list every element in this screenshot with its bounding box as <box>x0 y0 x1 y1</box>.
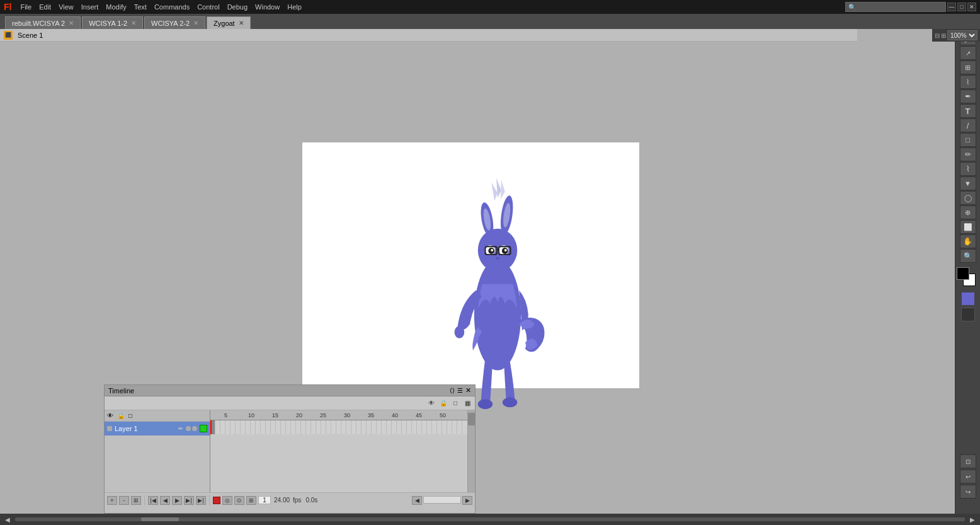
pencil-tool[interactable]: ✏ <box>960 147 976 161</box>
menu-debug[interactable]: Debug <box>224 3 251 11</box>
first-frame-btn[interactable]: |◀ <box>148 496 158 505</box>
menu-modify[interactable]: Modify <box>102 3 130 11</box>
frame-cell-18[interactable] <box>296 420 301 434</box>
text-tool[interactable]: T <box>960 104 976 118</box>
frame-cell-21[interactable] <box>311 420 316 434</box>
frame-cell-25[interactable] <box>331 420 336 434</box>
menu-help[interactable]: Help <box>283 3 305 11</box>
frame-cell-30[interactable] <box>356 420 362 434</box>
frame-toggle[interactable]: ▦ <box>462 398 472 408</box>
frame-cell-42[interactable] <box>417 420 422 434</box>
menu-insert[interactable]: Insert <box>77 3 103 11</box>
frame-cell-23[interactable] <box>321 420 326 434</box>
line-tool[interactable]: / <box>960 118 976 132</box>
tab-close-wcisya22[interactable]: ✕ <box>193 20 198 26</box>
onion-skin-btn[interactable]: ◎ <box>222 496 232 505</box>
frame-cell-47[interactable] <box>442 420 447 434</box>
eyedropper-tool[interactable]: ⊕ <box>960 205 976 219</box>
menu-window[interactable]: Window <box>251 3 283 11</box>
tab-close-rebuilt[interactable]: ✕ <box>69 20 74 26</box>
rect-tool[interactable]: □ <box>960 133 976 147</box>
frame-cell-7[interactable] <box>241 420 246 434</box>
frame-cell-27[interactable] <box>341 420 346 434</box>
add-layer-btn[interactable]: + <box>107 496 117 505</box>
frame-cell-31[interactable] <box>362 420 367 434</box>
add-folder-btn[interactable]: ⊞ <box>131 496 141 505</box>
foreground-color[interactable] <box>957 267 969 280</box>
straighten-tool[interactable]: ↪ <box>960 485 976 499</box>
frame-cell-19[interactable] <box>301 420 306 434</box>
free-transform-tool[interactable]: ⊞ <box>960 61 976 74</box>
frame-cell-37[interactable] <box>392 420 397 434</box>
tab-wcisya12[interactable]: WCISYA 1-2 ✕ <box>82 16 143 29</box>
search-input[interactable] <box>845 2 946 12</box>
smooth-tool[interactable]: ↩ <box>960 470 976 483</box>
onion-skin-outline-btn[interactable]: ⊙ <box>234 496 244 505</box>
next-frame-btn[interactable]: ▶| <box>184 496 194 505</box>
menu-text[interactable]: Text <box>130 3 151 11</box>
frame-cell-48[interactable] <box>447 420 452 434</box>
tab-wcisya22[interactable]: WCISYA 2-2 ✕ <box>144 16 205 29</box>
frame-cell-36[interactable] <box>387 420 392 434</box>
fill-color[interactable] <box>961 292 975 306</box>
frame-cell-50[interactable] <box>457 420 462 434</box>
paint-bucket-tool[interactable]: ▼ <box>960 176 976 190</box>
frame-cell-24[interactable] <box>326 420 331 434</box>
zoom-control[interactable]: ⊟ ⊞ 25% 50% 75% 100% 150% 200% <box>932 29 980 42</box>
scroll-thumb[interactable] <box>423 496 461 504</box>
frame-cell-16[interactable] <box>286 420 291 434</box>
frame-cell-5[interactable] <box>231 420 236 434</box>
snap-tool[interactable]: ⊡ <box>960 454 976 468</box>
eraser-tool[interactable]: ⬜ <box>960 220 976 234</box>
frame-cell-32[interactable] <box>367 420 372 434</box>
menu-view[interactable]: View <box>55 3 77 11</box>
subselect-tool[interactable]: ↗ <box>960 46 976 60</box>
frame-cell-49[interactable] <box>452 420 457 434</box>
tab-close-zygoat[interactable]: ✕ <box>239 20 244 26</box>
frame-cell-2[interactable] <box>215 420 220 434</box>
frame-cell-3[interactable] <box>220 420 225 434</box>
stroke-color[interactable] <box>961 308 975 321</box>
frame-cell-13[interactable] <box>271 420 276 434</box>
frame-cell-40[interactable] <box>407 420 412 434</box>
menu-commands[interactable]: Commands <box>151 3 193 11</box>
scroll-right-btn[interactable]: ▶ <box>462 496 472 505</box>
delete-layer-btn[interactable]: - <box>119 496 129 505</box>
tab-zygoat[interactable]: Zygoat ✕ <box>207 16 251 29</box>
timeline-close-btn[interactable]: ✕ <box>465 386 471 395</box>
hand-tool[interactable]: ✋ <box>960 234 976 248</box>
frame-cell-20[interactable] <box>306 420 311 434</box>
prev-frame-btn[interactable]: ◀ <box>160 496 170 505</box>
frame-cell-44[interactable] <box>427 420 432 434</box>
outline-toggle[interactable]: □ <box>450 398 460 408</box>
lasso-tool[interactable]: ⌇ <box>960 75 976 89</box>
zoom-tool[interactable]: 🔍 <box>960 249 976 263</box>
zoom-select[interactable]: 25% 50% 75% 100% 150% 200% <box>947 30 977 40</box>
frame-cell-33[interactable] <box>372 420 377 434</box>
edit-multiple-frames-btn[interactable]: ⊞ <box>246 496 256 505</box>
frame-cell-35[interactable] <box>382 420 387 434</box>
frame-cell-26[interactable] <box>336 420 341 434</box>
timeline-vscroll[interactable] <box>467 410 475 492</box>
tab-rebuilt[interactable]: rebuilt.WCISYA 2 ✕ <box>5 16 81 29</box>
maximize-button[interactable]: □ <box>957 3 966 11</box>
frame-cell-9[interactable] <box>251 420 256 434</box>
frame-cell-45[interactable] <box>432 420 437 434</box>
frame-cell-38[interactable] <box>397 420 402 434</box>
frame-cell-14[interactable] <box>276 420 281 434</box>
frame-cell-34[interactable] <box>377 420 382 434</box>
timeline-collapse-btn[interactable]: ⟨⟩ <box>450 387 455 394</box>
close-button[interactable]: ✕ <box>967 3 976 11</box>
frame-cell-8[interactable] <box>246 420 251 434</box>
brush-tool[interactable]: ⌇ <box>960 162 976 176</box>
frame-cell-6[interactable] <box>236 420 241 434</box>
pen-tool[interactable]: ✒ <box>960 89 976 103</box>
lock-toggle[interactable]: 🔒 <box>438 398 448 408</box>
minimize-button[interactable]: — <box>947 3 956 11</box>
frame-cell-4[interactable] <box>225 420 231 434</box>
frame-cell-41[interactable] <box>412 420 417 434</box>
timeline-menu-btn[interactable]: ☰ <box>457 387 463 394</box>
frame-cell-11[interactable] <box>261 420 266 434</box>
frame-cell-28[interactable] <box>346 420 351 434</box>
frame-cell-46[interactable] <box>437 420 442 434</box>
